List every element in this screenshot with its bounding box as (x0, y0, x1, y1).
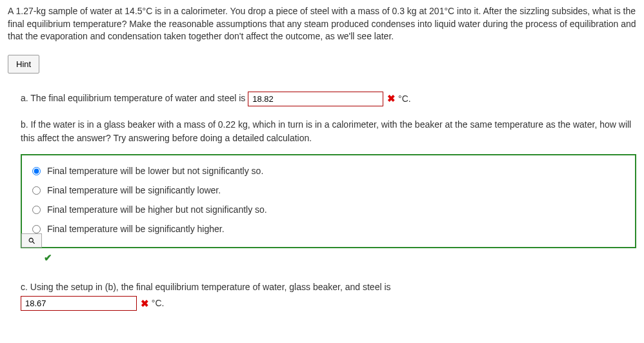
radio-input-0[interactable] (32, 167, 41, 175)
radio-option-0[interactable]: Final temperature will be lower but not … (32, 164, 625, 177)
radio-option-2[interactable]: Final temperature will be higher but not… (32, 203, 625, 216)
hint-button[interactable]: Hint (8, 55, 39, 74)
wrong-icon-c: ✖ (141, 298, 149, 309)
part-b: b. If the water is in a glass beaker wit… (21, 118, 636, 266)
part-c: c. Using the setup in (b), the final equ… (21, 280, 636, 311)
toggle-icon[interactable]: ⚲ (21, 233, 42, 248)
radio-option-1[interactable]: Final temperature will be significantly … (32, 184, 625, 197)
correct-icon: ✔ (44, 252, 52, 263)
part-a-unit: °C. (398, 93, 411, 104)
part-a: a. The final equilibrium temperature of … (21, 92, 636, 106)
radio-input-3[interactable] (32, 225, 41, 233)
part-a-prompt: a. The final equilibrium temperature of … (21, 93, 245, 103)
radio-input-1[interactable] (32, 186, 41, 195)
radio-label-2: Final temperature will be higher but not… (47, 204, 267, 214)
radio-label-0: Final temperature will be lower but not … (47, 165, 263, 175)
part-c-input[interactable] (21, 296, 137, 311)
radio-input-2[interactable] (32, 206, 41, 214)
problem-statement: A 1.27-kg sample of water at 14.5°C is i… (8, 5, 636, 43)
part-b-radio-group: Final temperature will be lower but not … (21, 154, 636, 248)
part-b-prompt: b. If the water is in a glass beaker wit… (21, 118, 636, 145)
male-symbol-icon: ⚲ (26, 235, 37, 246)
radio-label-3: Final temperature will be significantly … (47, 224, 225, 234)
part-a-input[interactable] (248, 92, 383, 106)
radio-label-1: Final temperature will be significantly … (47, 184, 221, 195)
wrong-icon: ✖ (387, 93, 396, 104)
part-c-unit: °C. (152, 297, 165, 308)
radio-option-3[interactable]: Final temperature will be significantly … (32, 222, 625, 235)
part-c-prompt: c. Using the setup in (b), the final equ… (21, 280, 636, 295)
